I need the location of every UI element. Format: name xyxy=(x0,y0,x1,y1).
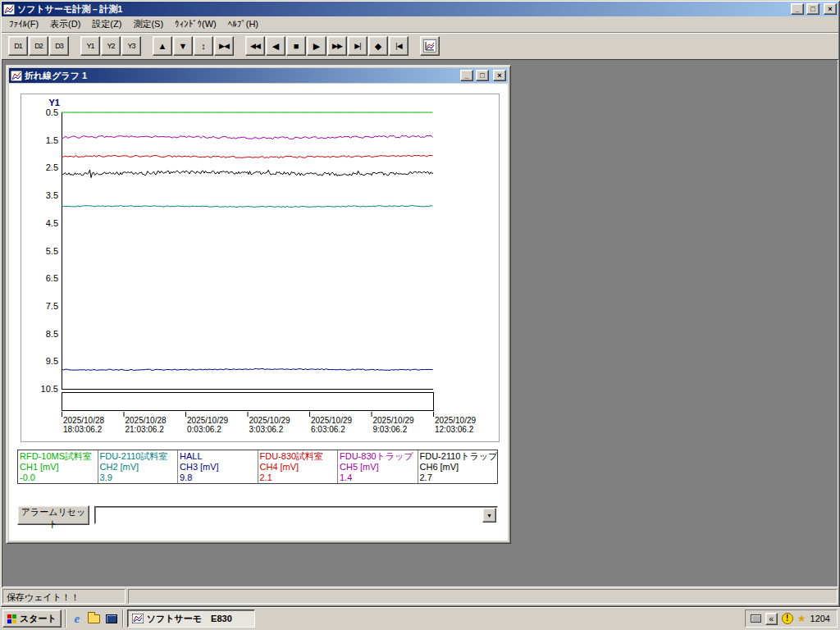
scale-up-button[interactable]: ▲ xyxy=(153,36,172,56)
line-graph-window: 折れ線グラフ 1 _ □ × Y10.51.52.53.54.55.56.57.… xyxy=(6,65,511,544)
y-tick-label: 5.5 xyxy=(46,246,58,256)
graph-icon xyxy=(423,39,436,52)
legend-cell-ch3: HALLCH3 [mV]9.8 xyxy=(177,450,258,483)
legend-value: 9.8 xyxy=(180,472,256,483)
legend-channel-label: CH4 [mV] xyxy=(260,462,336,472)
menu-bar: ﾌｧｲﾙ(F)表示(D)設定(Z)測定(S)ｳｨﾝﾄﾞｳ(W)ﾍﾙﾌﾟ(H) xyxy=(2,16,838,32)
legend-device-name: FDU-2110トラップ xyxy=(420,451,496,462)
internet-explorer-icon[interactable]: e xyxy=(70,611,84,626)
legend-channel-label: CH3 [mV] xyxy=(180,462,256,472)
show-desktop-icon[interactable] xyxy=(104,611,119,626)
legend-device-name: HALL xyxy=(180,451,256,462)
y-tick-label: 10.5 xyxy=(41,384,58,394)
restore-button[interactable]: □ xyxy=(806,3,819,15)
y3-button[interactable]: Y3 xyxy=(121,36,141,56)
jump-end-button[interactable]: ▶| xyxy=(348,36,368,56)
x-tick-time: 3:03:06.2 xyxy=(249,425,284,434)
display-group: D1D2D3 xyxy=(8,36,69,56)
minimize-button[interactable]: _ xyxy=(791,3,804,15)
legend-device-name: RFD-10MS試料室 xyxy=(20,451,96,462)
scale-updown-button[interactable]: ↕ xyxy=(194,36,213,56)
d3-button[interactable]: D3 xyxy=(49,36,69,56)
taskbar: スタート e ソフトサーモ E830 « ! ★ 1204 xyxy=(0,607,840,630)
menu-settings[interactable]: 設定(Z) xyxy=(86,16,127,33)
app-window: ソフトサーモ計測－計測1 _ □ × ﾌｧｲﾙ(F)表示(D)設定(Z)測定(S… xyxy=(0,0,840,607)
line-graph-icon xyxy=(11,71,22,81)
legend-channel-label: CH6 [mV] xyxy=(420,462,496,472)
x-tick-time: 0:03:06.2 xyxy=(187,425,221,434)
graph-group xyxy=(420,36,440,56)
legend-value: -0.0 xyxy=(20,472,96,483)
channel-legend: RFD-10MS試料室CH1 [mV]-0.0FDU-2110試料室CH2 [m… xyxy=(17,450,498,484)
menu-help[interactable]: ﾍﾙﾌﾟ(H) xyxy=(222,17,264,31)
start-button[interactable]: スタート xyxy=(2,609,62,628)
legend-device-name: FDU-830試料室 xyxy=(260,451,336,462)
child-titlebar[interactable]: 折れ線グラフ 1 _ □ × xyxy=(9,68,508,83)
alarm-combobox: ▼ xyxy=(94,506,498,524)
legend-cell-ch4: FDU-830試料室CH4 [mV]2.1 xyxy=(258,450,338,483)
legend-cell-ch5: FDU-830トラップCH5 [mV]1.4 xyxy=(337,450,418,483)
mdi-client-area: 折れ線グラフ 1 _ □ × Y10.51.52.53.54.55.56.57.… xyxy=(2,59,838,587)
y-tick-label: 3.5 xyxy=(46,190,58,200)
scale-down-button[interactable]: ▼ xyxy=(173,36,193,56)
x-tick-date: 2025/10/28 xyxy=(63,416,104,425)
scale-fit-button[interactable]: ▶◀ xyxy=(214,36,234,56)
y1-button[interactable]: Y1 xyxy=(80,36,100,56)
alarm-reset-button[interactable]: アラームリセット xyxy=(17,505,89,525)
legend-value: 2.7 xyxy=(420,472,496,483)
legend-channel-label: CH1 [mV] xyxy=(20,462,96,472)
legend-channel-label: CH5 [mV] xyxy=(340,462,416,472)
legend-cell-ch1: RFD-10MS試料室CH1 [mV]-0.0 xyxy=(18,450,98,483)
y-tick-label: 9.5 xyxy=(46,356,58,366)
system-tray: « ! ★ 1204 xyxy=(745,609,838,628)
app-titlebar[interactable]: ソフトサーモ計測－計測1 _ □ × xyxy=(2,2,838,16)
center-button[interactable]: ◆ xyxy=(368,36,388,56)
windows-logo-icon xyxy=(7,614,17,623)
toolbar: D1D2D3Y1Y2Y3▲▼↕▶◀◀◀◀■▶▶▶▶|◆|◀ xyxy=(2,32,838,59)
task-app-icon xyxy=(132,614,144,623)
graph-window-button[interactable] xyxy=(420,36,440,56)
tray-chevron-button[interactable]: « xyxy=(765,613,778,625)
x-tick-time: 9:03:06.2 xyxy=(373,425,408,434)
y-axis-title: Y1 xyxy=(49,98,60,107)
folder-icon[interactable] xyxy=(87,611,102,626)
x-tick-date: 2025/10/28 xyxy=(126,416,167,425)
x-tick-time: 18:03:06.2 xyxy=(63,425,103,434)
x-tick-time: 6:03:06.2 xyxy=(311,425,345,434)
task-button-softthermo[interactable]: ソフトサーモ E830 xyxy=(127,609,255,628)
y-tick-label: 6.5 xyxy=(46,273,58,283)
d1-button[interactable]: D1 xyxy=(8,36,28,56)
task-button-label: ソフトサーモ E830 xyxy=(147,613,232,625)
y-tick-label: 1.5 xyxy=(46,135,58,145)
app-icon xyxy=(3,4,15,15)
child-maximize-button[interactable]: □ xyxy=(476,70,489,81)
x-tick-date: 2025/10/29 xyxy=(373,416,414,425)
d2-button[interactable]: D2 xyxy=(29,36,48,56)
taskbar-separator xyxy=(65,609,66,628)
fast-forward-button[interactable]: ▶▶ xyxy=(327,36,347,56)
menu-measure[interactable]: 測定(S) xyxy=(127,16,169,33)
legend-cell-ch6: FDU-2110トラップCH6 [mV]2.7 xyxy=(418,450,498,483)
warning-tray-icon[interactable]: ! xyxy=(782,613,793,624)
menu-window[interactable]: ｳｨﾝﾄﾞｳ(W) xyxy=(169,17,222,31)
y2-button[interactable]: Y2 xyxy=(101,36,121,56)
star-tray-icon[interactable]: ★ xyxy=(797,614,806,623)
y-tick-label: 4.5 xyxy=(46,218,58,228)
child-close-button[interactable]: × xyxy=(493,70,506,81)
forward-button[interactable]: ▶ xyxy=(307,36,326,56)
x-tick-date: 2025/10/29 xyxy=(249,416,290,425)
x-tick-time: 21:03:06.2 xyxy=(126,425,165,434)
fast-back-button[interactable]: ◀◀ xyxy=(245,36,265,56)
back-button[interactable]: ◀ xyxy=(266,36,285,56)
child-minimize-button[interactable]: _ xyxy=(460,70,473,81)
menu-view[interactable]: 表示(D) xyxy=(44,16,86,33)
combobox-dropdown-button[interactable]: ▼ xyxy=(482,508,496,523)
alarm-combobox-input[interactable] xyxy=(94,506,498,524)
legend-value: 2.1 xyxy=(260,472,336,483)
device-tray-icon[interactable] xyxy=(751,614,761,623)
close-button[interactable]: × xyxy=(824,3,837,15)
menu-file[interactable]: ﾌｧｲﾙ(F) xyxy=(3,17,44,31)
stop-button[interactable]: ■ xyxy=(286,36,306,56)
status-panel-empty xyxy=(128,589,838,604)
jump-home-button[interactable]: |◀ xyxy=(389,36,409,56)
